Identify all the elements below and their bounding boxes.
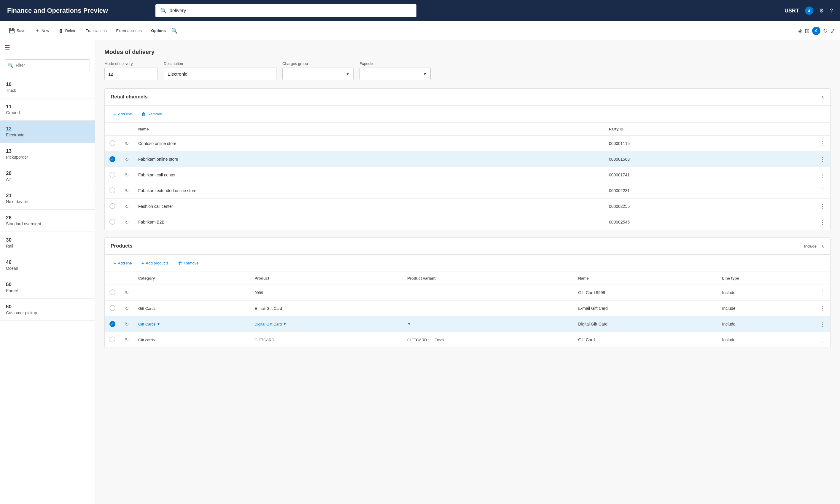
prod-row-more-cell[interactable]: ⋮ xyxy=(815,332,830,348)
expedite-dropdown[interactable] xyxy=(363,71,423,76)
row-refresh-icon[interactable]: ↻ xyxy=(125,173,129,178)
sidebar-item-50[interactable]: 50 Parcel xyxy=(0,276,95,299)
table-row[interactable]: ↻ Gift cards GIFTCARD GIFTCARD : : : Ema… xyxy=(105,332,830,348)
table-row[interactable]: ↻ Contoso online store 000001115 ⋮ xyxy=(105,136,830,151)
row-checkbox-cell[interactable] xyxy=(105,167,120,183)
search-input[interactable] xyxy=(169,8,412,13)
table-row[interactable]: ↻ Fashion call center 000002255 ⋮ xyxy=(105,199,830,214)
row-more-cell[interactable]: ⋮ xyxy=(815,167,830,183)
row-refresh-cell[interactable]: ↻ xyxy=(120,167,133,183)
row-more-cell[interactable]: ⋮ xyxy=(815,136,830,151)
filter-input[interactable] xyxy=(5,59,90,71)
prod-row-checkbox-cell[interactable] xyxy=(105,301,120,316)
toolbar-search-icon[interactable]: 🔍 xyxy=(171,28,178,34)
prod-row-refresh-icon[interactable]: ↻ xyxy=(125,337,129,342)
row-refresh-icon[interactable]: ↻ xyxy=(125,188,129,193)
prod-row-refresh-icon[interactable]: ↻ xyxy=(125,290,129,295)
table-row[interactable]: ↻ Fabrikam call center 000001741 ⋮ xyxy=(105,167,830,183)
description-input[interactable] xyxy=(164,68,276,80)
prod-row-refresh-cell[interactable]: ↻ xyxy=(120,332,133,348)
table-row[interactable]: ↻ Gift Cards E-mail Gift Card E-mail Gif… xyxy=(105,301,830,316)
cart-badge[interactable]: 0 xyxy=(812,27,820,35)
sidebar-item-21[interactable]: 21 Next day air xyxy=(0,187,95,210)
table-row[interactable]: ↻ Fabrikam extended online store 0000022… xyxy=(105,183,830,199)
translations-button[interactable]: Translations xyxy=(82,26,111,35)
row-refresh-icon[interactable]: ↻ xyxy=(125,204,129,209)
charges-group-dropdown[interactable] xyxy=(286,71,345,76)
charges-group-select[interactable]: ▼ xyxy=(282,68,354,80)
row-more-icon[interactable]: ⋮ xyxy=(820,156,825,162)
sidebar-item-10[interactable]: 10 Truck xyxy=(0,76,95,98)
row-checkbox[interactable] xyxy=(109,203,115,209)
prod-row-more-icon[interactable]: ⋮ xyxy=(820,321,825,327)
mode-delivery-input[interactable] xyxy=(104,68,158,80)
row-more-icon[interactable]: ⋮ xyxy=(820,140,825,147)
retail-channels-header[interactable]: Retail channels ∧ xyxy=(105,89,830,106)
row-refresh-icon[interactable]: ↻ xyxy=(125,141,129,146)
sidebar-item-12[interactable]: 12 Electronic xyxy=(0,121,95,143)
row-refresh-cell[interactable]: ↻ xyxy=(120,199,133,214)
prod-row-more-cell[interactable]: ⋮ xyxy=(815,285,830,301)
prod-row-refresh-icon[interactable]: ↻ xyxy=(125,322,129,327)
retail-add-line-button[interactable]: + Add line xyxy=(109,109,136,119)
notification-badge[interactable]: 4 xyxy=(805,6,813,15)
row-refresh-cell[interactable]: ↻ xyxy=(120,151,133,167)
row-more-icon[interactable]: ⋮ xyxy=(820,187,825,194)
table-row[interactable]: ✓ ↻ Fabrikam online store 000001568 ⋮ xyxy=(105,151,830,167)
sidebar-item-60[interactable]: 60 Customer pickup xyxy=(0,299,95,321)
new-button[interactable]: ＋ New xyxy=(31,25,53,36)
row-checkbox[interactable] xyxy=(109,219,115,225)
external-codes-button[interactable]: External codes xyxy=(112,26,146,35)
products-remove-button[interactable]: 🗑 Remove xyxy=(174,258,202,268)
prod-row-checkbox-cell[interactable] xyxy=(105,285,120,301)
row-more-cell[interactable]: ⋮ xyxy=(815,214,830,230)
table-row[interactable]: ✓ ↻ Gift Cards ▼ Digital Gift Card ▼ ▼ D… xyxy=(105,316,830,332)
row-checkbox[interactable] xyxy=(109,140,115,146)
prod-row-checkbox[interactable] xyxy=(109,289,115,295)
row-checkbox-cell[interactable] xyxy=(105,199,120,214)
delete-button[interactable]: 🗑 Delete xyxy=(55,26,81,36)
row-more-cell[interactable]: ⋮ xyxy=(815,151,830,167)
row-checkbox[interactable]: ✓ xyxy=(109,156,115,162)
category-dropdown[interactable]: Gift Cards ▼ xyxy=(138,322,245,326)
prod-row-checkbox[interactable] xyxy=(109,305,115,311)
row-refresh-cell[interactable]: ↻ xyxy=(120,183,133,199)
prod-row-checkbox[interactable]: ✓ xyxy=(109,321,115,327)
prod-row-checkbox[interactable] xyxy=(109,337,115,342)
prod-row-refresh-icon[interactable]: ↻ xyxy=(125,306,129,311)
row-refresh-cell[interactable]: ↻ xyxy=(120,214,133,230)
table-row[interactable]: ↻ Fabrikam B2B 000002545 ⋮ xyxy=(105,214,830,230)
prod-row-more-cell[interactable]: ⋮ xyxy=(815,301,830,316)
row-more-icon[interactable]: ⋮ xyxy=(820,203,825,210)
row-more-icon[interactable]: ⋮ xyxy=(820,172,825,178)
row-checkbox[interactable] xyxy=(109,187,115,193)
settings-icon[interactable]: ⚙ xyxy=(819,7,824,14)
row-more-icon[interactable]: ⋮ xyxy=(820,219,825,225)
prod-row-more-cell[interactable]: ⋮ xyxy=(815,316,830,332)
retail-remove-button[interactable]: 🗑 Remove xyxy=(137,109,166,119)
help-icon[interactable]: ? xyxy=(830,8,833,14)
save-button[interactable]: 💾 Save xyxy=(5,25,30,36)
search-box[interactable]: 🔍 xyxy=(156,4,416,17)
products-add-products-button[interactable]: + Add products xyxy=(137,258,173,268)
diamond-icon[interactable]: ◈ xyxy=(798,27,802,34)
product-dropdown[interactable]: Digital Gift Card ▼ xyxy=(254,322,398,326)
prod-row-more-icon[interactable]: ⋮ xyxy=(820,337,825,343)
prod-row-more-icon[interactable]: ⋮ xyxy=(820,305,825,311)
sidebar-item-11[interactable]: 11 Ground xyxy=(0,98,95,121)
products-add-line-button[interactable]: + Add line xyxy=(109,258,136,268)
products-header[interactable]: Products Include ∧ xyxy=(105,238,830,255)
row-more-cell[interactable]: ⋮ xyxy=(815,183,830,199)
sidebar-item-26[interactable]: 26 Standard overnight xyxy=(0,210,95,232)
row-refresh-cell[interactable]: ↻ xyxy=(120,136,133,151)
row-checkbox-cell[interactable] xyxy=(105,183,120,199)
layout-icon[interactable]: ⊞ xyxy=(805,27,810,34)
row-checkbox-cell[interactable]: ✓ xyxy=(105,151,120,167)
expand-icon[interactable]: ⤢ xyxy=(830,27,835,34)
variant-dropdown[interactable]: ▼ xyxy=(407,322,569,326)
sidebar-item-40[interactable]: 40 Ocean xyxy=(0,254,95,276)
sidebar-item-13[interactable]: 13 Pickuporder xyxy=(0,143,95,165)
row-refresh-icon[interactable]: ↻ xyxy=(125,157,129,162)
table-row[interactable]: ↻ 9999 Gift Card 9999 Include ⋮ xyxy=(105,285,830,301)
prod-row-checkbox-cell[interactable] xyxy=(105,332,120,348)
